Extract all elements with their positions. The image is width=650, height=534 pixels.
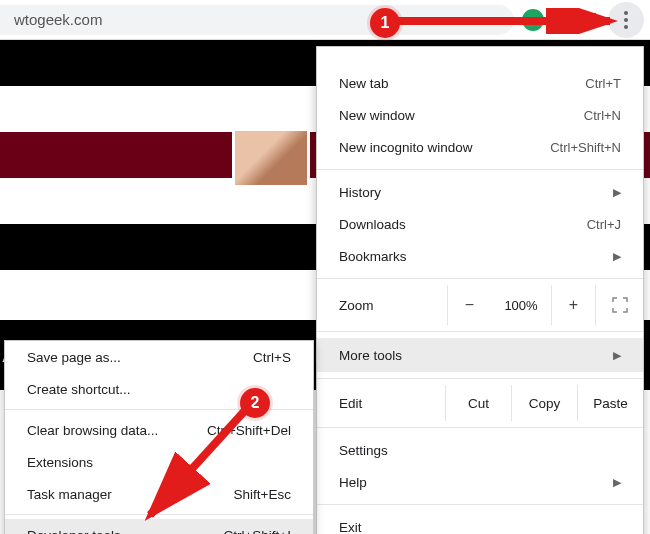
menu-item-exit[interactable]: Exit xyxy=(317,511,643,534)
menu-label: Bookmarks xyxy=(339,249,407,264)
menu-shortcut: Ctrl+T xyxy=(585,76,621,91)
edit-label: Edit xyxy=(317,396,445,411)
menu-label: More tools xyxy=(339,348,402,363)
zoom-label: Zoom xyxy=(339,298,447,313)
menu-shortcut: Ctrl+Shift+Del xyxy=(207,423,291,438)
menu-zoom-row: Zoom − 100% + xyxy=(317,285,643,325)
menu-label: History xyxy=(339,185,381,200)
menu-item-incognito[interactable]: New incognito window Ctrl+Shift+N xyxy=(317,131,643,163)
extension-badge-icon[interactable]: 8 xyxy=(578,9,600,31)
annotation-badge-2: 2 xyxy=(240,388,270,418)
thumbnail-image xyxy=(232,128,310,188)
menu-label: Save page as... xyxy=(27,350,121,365)
fullscreen-icon[interactable] xyxy=(595,285,643,325)
menu-item-help[interactable]: Help ▶ xyxy=(317,466,643,498)
menu-shortcut: Shift+Esc xyxy=(234,487,291,502)
extension-icon[interactable] xyxy=(522,9,544,31)
menu-label: Exit xyxy=(339,520,362,535)
chevron-right-icon: ▶ xyxy=(613,186,621,199)
menu-item-history[interactable]: History ▶ xyxy=(317,176,643,208)
menu-shortcut: Ctrl+Shift+N xyxy=(550,140,621,155)
zoom-out-button[interactable]: − xyxy=(447,285,491,325)
menu-shortcut: Ctrl+J xyxy=(587,217,621,232)
menu-item-settings[interactable]: Settings xyxy=(317,434,643,466)
address-bar[interactable]: wtogeek.com xyxy=(0,5,514,35)
zoom-value: 100% xyxy=(491,298,551,313)
chevron-right-icon: ▶ xyxy=(613,349,621,362)
menu-label: Task manager xyxy=(27,487,112,502)
menu-item-downloads[interactable]: Downloads Ctrl+J xyxy=(317,208,643,240)
menu-item-new-window[interactable]: New window Ctrl+N xyxy=(317,99,643,131)
menu-label: New tab xyxy=(339,76,389,91)
menu-label: Create shortcut... xyxy=(27,382,131,397)
copy-button[interactable]: Copy xyxy=(511,385,577,421)
main-menu: New tab Ctrl+T New window Ctrl+N New inc… xyxy=(316,46,644,534)
menu-item-more-tools[interactable]: More tools ▶ xyxy=(317,338,643,372)
submenu-item-clear-data[interactable]: Clear browsing data... Ctrl+Shift+Del xyxy=(5,414,313,446)
menu-shortcut: Ctrl+Shift+I xyxy=(223,528,291,535)
menu-label: New incognito window xyxy=(339,140,473,155)
menu-label: Extensions xyxy=(27,455,93,470)
menu-label: New window xyxy=(339,108,415,123)
cut-button[interactable]: Cut xyxy=(445,385,511,421)
paste-button[interactable]: Paste xyxy=(577,385,643,421)
menu-label: Clear browsing data... xyxy=(27,423,158,438)
submenu-item-developer-tools[interactable]: Developer tools Ctrl+Shift+I xyxy=(5,519,313,534)
menu-shortcut: Ctrl+N xyxy=(584,108,621,123)
menu-item-new-tab[interactable]: New tab Ctrl+T xyxy=(317,67,643,99)
menu-label: Downloads xyxy=(339,217,406,232)
extension-icon[interactable] xyxy=(550,9,572,31)
annotation-badge-1: 1 xyxy=(370,8,400,38)
menu-button-icon[interactable] xyxy=(608,2,644,38)
submenu-item-extensions[interactable]: Extensions xyxy=(5,446,313,478)
chevron-right-icon: ▶ xyxy=(613,250,621,263)
submenu-item-task-manager[interactable]: Task manager Shift+Esc xyxy=(5,478,313,510)
extension-icons: 8 xyxy=(522,9,608,31)
chevron-right-icon: ▶ xyxy=(613,476,621,489)
menu-item-bookmarks[interactable]: Bookmarks ▶ xyxy=(317,240,643,272)
menu-label: Developer tools xyxy=(27,528,121,535)
menu-label: Settings xyxy=(339,443,388,458)
menu-shortcut: Ctrl+S xyxy=(253,350,291,365)
more-tools-submenu: Save page as... Ctrl+S Create shortcut..… xyxy=(4,340,314,534)
menu-edit-row: Edit Cut Copy Paste xyxy=(317,385,643,421)
zoom-in-button[interactable]: + xyxy=(551,285,595,325)
menu-label: Help xyxy=(339,475,367,490)
submenu-item-save-page[interactable]: Save page as... Ctrl+S xyxy=(5,341,313,373)
browser-toolbar: wtogeek.com 8 xyxy=(0,0,650,40)
